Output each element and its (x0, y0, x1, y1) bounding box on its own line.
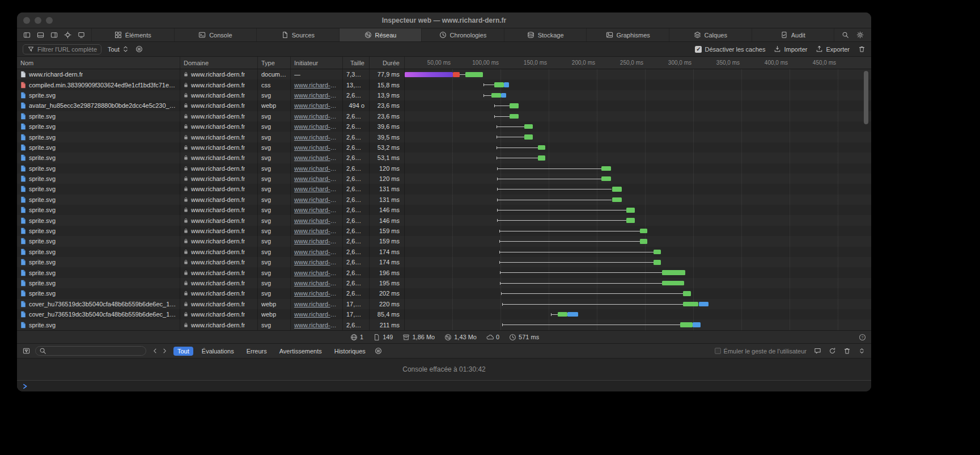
network-request-row[interactable]: sprite.svgwww.richard-dern.frsvgwww.rich… (17, 153, 871, 163)
titlebar[interactable]: Inspecteur web — www.richard-dern.fr (17, 12, 871, 28)
tab-audit[interactable]: Audit (752, 28, 834, 41)
column-header-type[interactable]: Type (258, 57, 291, 69)
network-request-row[interactable]: sprite.svgwww.richard-dern.frsvgwww.rich… (17, 121, 871, 132)
request-initiator[interactable]: www.richard-d… (294, 186, 339, 192)
network-request-row[interactable]: sprite.svgwww.richard-dern.frsvgwww.rich… (17, 111, 871, 121)
network-request-row[interactable]: sprite.svgwww.richard-dern.frsvgwww.rich… (17, 278, 871, 288)
message-bubble-icon[interactable] (814, 347, 821, 355)
export-button[interactable]: Exporter (816, 45, 850, 53)
request-initiator[interactable]: www.richard-d… (294, 322, 339, 328)
device-icon[interactable] (78, 31, 85, 39)
column-header-duree[interactable]: Durée (370, 57, 405, 69)
console-filter-icon[interactable] (23, 347, 30, 355)
gear-icon[interactable] (856, 31, 864, 39)
console-scope-evaluations[interactable]: Évaluations (198, 347, 238, 356)
request-initiator[interactable]: www.richard-d… (294, 165, 339, 172)
console-scope-historiques[interactable]: Historiques (330, 347, 370, 356)
request-initiator[interactable]: www.richard-d… (294, 207, 339, 213)
column-header-initiateur[interactable]: Initiateur (291, 57, 343, 69)
tab-stockage[interactable]: Stockage (504, 28, 587, 41)
panel-left-icon[interactable] (23, 31, 31, 39)
network-request-row[interactable]: sprite.svgwww.richard-dern.frsvgwww.rich… (17, 205, 871, 215)
tab-calques[interactable]: Calques (669, 28, 752, 41)
panel-bottom-icon[interactable] (37, 31, 44, 39)
network-request-row[interactable]: avatar_hu85ecc3e298728880b0bde2dcc4e5c23… (17, 100, 871, 111)
console-options-icon[interactable] (375, 347, 382, 355)
element-selector-icon[interactable] (64, 31, 71, 39)
help-icon[interactable]: ? (859, 334, 866, 341)
request-initiator[interactable]: www.richard-d… (294, 280, 339, 287)
network-request-row[interactable]: sprite.svgwww.richard-dern.frsvgwww.rich… (17, 247, 871, 257)
next-result-icon[interactable] (161, 347, 168, 355)
column-header-nom[interactable]: Nom (17, 57, 180, 69)
request-initiator[interactable]: www.richard-d… (294, 301, 339, 307)
request-initiator[interactable]: www.richard-d… (294, 311, 339, 318)
expand-panel-icon[interactable] (858, 347, 866, 355)
filter-options-icon[interactable] (135, 45, 143, 53)
network-request-row[interactable]: sprite.svgwww.richard-dern.frsvgwww.rich… (17, 90, 871, 100)
network-request-row[interactable]: sprite.svgwww.richard-dern.frsvgwww.rich… (17, 319, 871, 330)
network-request-row[interactable]: compiled.min.38390909f303624ed9e1cf1bd3f… (17, 79, 871, 90)
refresh-icon[interactable] (829, 347, 836, 355)
close-window-button[interactable] (23, 17, 30, 24)
network-table-scrollbar[interactable] (864, 71, 868, 124)
request-initiator[interactable]: www.richard-d… (294, 134, 339, 141)
request-initiator[interactable]: www.richard-d… (294, 259, 339, 266)
network-request-row[interactable]: sprite.svgwww.richard-dern.frsvgwww.rich… (17, 142, 871, 153)
request-initiator[interactable]: www.richard-d… (294, 228, 339, 234)
search-icon[interactable] (842, 31, 849, 39)
request-initiator[interactable]: www.richard-d… (294, 196, 339, 203)
request-initiator[interactable]: www.richard-d… (294, 217, 339, 224)
panel-right-icon[interactable] (50, 31, 58, 39)
previous-result-icon[interactable] (151, 347, 159, 355)
console-scope-erreurs[interactable]: Erreurs (243, 347, 271, 356)
network-request-row[interactable]: sprite.svgwww.richard-dern.frsvgwww.rich… (17, 236, 871, 246)
disable-caches-checkbox[interactable]: Désactiver les caches (695, 46, 765, 53)
request-initiator[interactable]: www.richard-d… (294, 248, 339, 255)
url-filter-field[interactable]: Filtrer l'URL complète (23, 44, 101, 54)
request-initiator[interactable]: www.richard-d… (294, 92, 339, 99)
network-request-row[interactable]: sprite.svgwww.richard-dern.frsvgwww.rich… (17, 257, 871, 267)
network-request-row[interactable]: sprite.svgwww.richard-dern.frsvgwww.rich… (17, 174, 871, 184)
request-initiator[interactable]: www.richard-d… (294, 238, 339, 245)
tab-console[interactable]: Console (174, 28, 257, 41)
network-request-row[interactable]: sprite.svgwww.richard-dern.frsvgwww.rich… (17, 184, 871, 194)
network-request-row[interactable]: sprite.svgwww.richard-dern.frsvgwww.rich… (17, 163, 871, 174)
network-request-row[interactable]: sprite.svgwww.richard-dern.frsvgwww.rich… (17, 288, 871, 298)
network-request-row[interactable]: sprite.svgwww.richard-dern.frsvgwww.rich… (17, 267, 871, 277)
tab-sources[interactable]: Sources (256, 28, 339, 41)
network-request-row[interactable]: www.richard-dern.frwww.richard-dern.frdo… (17, 69, 871, 79)
tab-reseau[interactable]: Réseau (339, 28, 422, 41)
clear-network-trash-icon[interactable] (858, 45, 866, 53)
trash-icon[interactable] (843, 347, 851, 355)
request-initiator[interactable]: www.richard-d… (294, 82, 339, 89)
emulate-user-gesture-checkbox[interactable]: Émuler le geste de l'utilisateur (715, 348, 807, 355)
console-prompt[interactable] (17, 380, 871, 391)
request-initiator[interactable]: www.richard-d… (294, 175, 339, 182)
network-request-row[interactable]: sprite.svgwww.richard-dern.frsvgwww.rich… (17, 226, 871, 236)
request-initiator[interactable]: www.richard-d… (294, 113, 339, 120)
network-request-row[interactable]: sprite.svgwww.richard-dern.frsvgwww.rich… (17, 132, 871, 142)
network-request-row[interactable]: sprite.svgwww.richard-dern.frsvgwww.rich… (17, 195, 871, 205)
request-initiator[interactable]: www.richard-d… (294, 154, 339, 161)
request-initiator[interactable]: www.richard-d… (294, 269, 339, 276)
request-initiator[interactable]: www.richard-d… (294, 123, 339, 130)
network-request-row[interactable]: sprite.svgwww.richard-dern.frsvgwww.rich… (17, 215, 871, 225)
import-button[interactable]: Importer (774, 45, 807, 53)
tab-chronologies[interactable]: Chronologies (421, 28, 504, 41)
console-scope-tout[interactable]: Tout (173, 347, 193, 356)
zoom-window-button[interactable] (46, 17, 53, 24)
resource-type-select[interactable]: Tout (108, 45, 129, 53)
request-initiator[interactable]: www.richard-d… (294, 290, 339, 297)
request-initiator[interactable]: www.richard-d… (294, 144, 339, 151)
minimize-window-button[interactable] (35, 17, 41, 24)
column-header-domaine[interactable]: Domaine (180, 57, 258, 69)
tab-elements[interactable]: Éléments (91, 28, 174, 41)
console-scope-avertissements[interactable]: Avertissements (275, 347, 326, 356)
network-request-row[interactable]: cover_hu736519dc3b5040cfa48b6b559b6de6ec… (17, 299, 871, 309)
console-search-input[interactable] (35, 346, 146, 356)
tab-graphismes[interactable]: Graphismes (586, 28, 669, 41)
network-request-row[interactable]: cover_hu736519dc3b5040cfa48b6b559b6de6ec… (17, 309, 871, 319)
column-header-taille[interactable]: Taille (343, 57, 370, 69)
request-initiator[interactable]: www.richard-d… (294, 102, 339, 109)
